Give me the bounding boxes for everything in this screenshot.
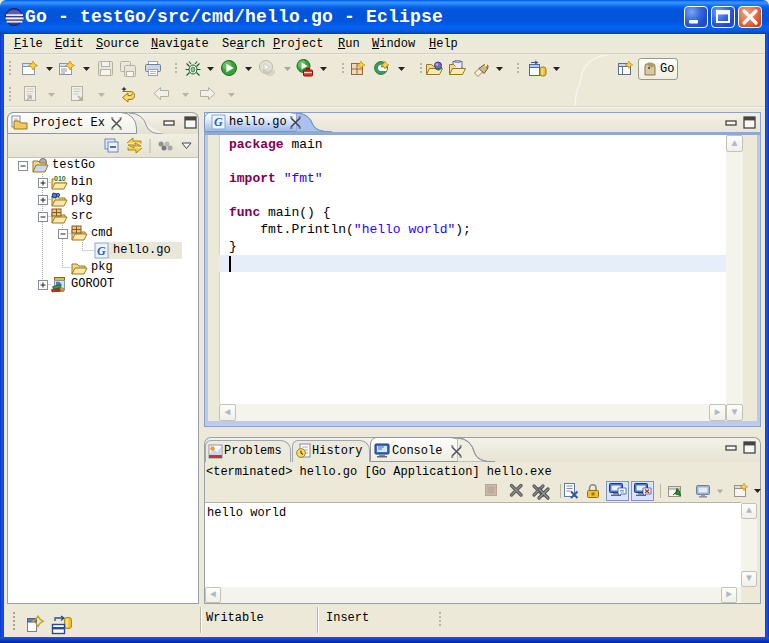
svg-text:010: 010 — [54, 175, 66, 182]
svg-text:G: G — [97, 244, 106, 258]
svg-text:G: G — [214, 115, 223, 129]
